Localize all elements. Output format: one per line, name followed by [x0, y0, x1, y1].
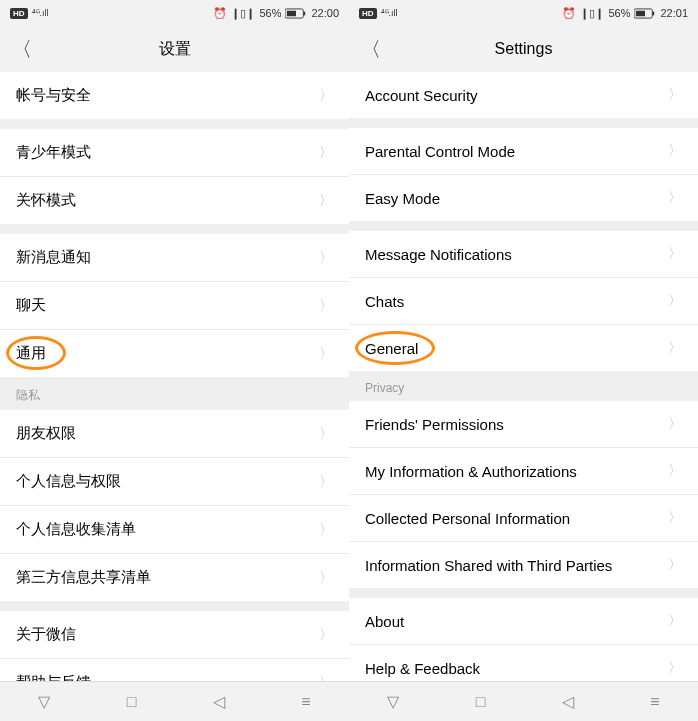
item-general[interactable]: 通用 〉	[0, 330, 349, 377]
item-easy-mode[interactable]: Easy Mode 〉	[349, 175, 698, 221]
vibrate-icon: ❙▯❙	[580, 7, 604, 20]
chevron-right-icon: 〉	[668, 189, 682, 207]
svg-rect-4	[653, 11, 655, 15]
item-collected-info[interactable]: Collected Personal Information 〉	[349, 495, 698, 542]
section-gap	[349, 118, 698, 128]
item-chats[interactable]: 聊天 〉	[0, 282, 349, 330]
section-header-privacy: Privacy	[349, 371, 698, 401]
item-label: Parental Control Mode	[365, 143, 668, 160]
item-help-feedback[interactable]: 帮助与反馈 〉	[0, 659, 349, 681]
hd-icon: HD	[359, 8, 377, 19]
section-privacy: 朋友权限 〉 个人信息与权限 〉 个人信息收集清单 〉 第三方信息共享清单 〉	[0, 410, 349, 601]
chevron-right-icon: 〉	[668, 556, 682, 574]
svg-rect-5	[636, 10, 645, 16]
item-label: Collected Personal Information	[365, 510, 668, 527]
item-about[interactable]: 关于微信 〉	[0, 611, 349, 659]
nav-recent-icon[interactable]: □	[476, 693, 486, 711]
nav-bar: ▽ □ ◁ ≡	[349, 681, 698, 721]
section-account: Account Security 〉	[349, 72, 698, 118]
nav-menu-icon[interactable]: ≡	[301, 693, 310, 711]
header: 〈 Settings	[349, 26, 698, 72]
battery-pct: 56%	[259, 7, 281, 19]
section-notifications: Message Notifications 〉 Chats 〉 General …	[349, 231, 698, 371]
item-label: 聊天	[16, 296, 319, 315]
content: Account Security 〉 Parental Control Mode…	[349, 72, 698, 681]
chevron-right-icon: 〉	[319, 192, 333, 210]
time: 22:00	[311, 7, 339, 19]
item-account-security[interactable]: Account Security 〉	[349, 72, 698, 118]
item-label: 关于微信	[16, 625, 319, 644]
svg-rect-1	[304, 11, 306, 15]
section-privacy: Friends' Permissions 〉 My Information & …	[349, 401, 698, 588]
status-right: ⏰ ❙▯❙ 56% 22:00	[213, 7, 339, 20]
item-label: 关怀模式	[16, 191, 319, 210]
item-easy-mode[interactable]: 关怀模式 〉	[0, 177, 349, 224]
back-button[interactable]: 〈	[361, 36, 381, 63]
section-header-privacy: 隐私	[0, 377, 349, 410]
chevron-right-icon: 〉	[319, 569, 333, 587]
nav-back-icon[interactable]: ◁	[213, 692, 225, 711]
chevron-right-icon: 〉	[319, 521, 333, 539]
section-modes: 青少年模式 〉 关怀模式 〉	[0, 129, 349, 224]
item-collected-info[interactable]: 个人信息收集清单 〉	[0, 506, 349, 554]
item-third-party-share[interactable]: 第三方信息共享清单 〉	[0, 554, 349, 601]
nav-down-icon[interactable]: ▽	[387, 692, 399, 711]
item-label: About	[365, 613, 668, 630]
battery-pct: 56%	[608, 7, 630, 19]
chevron-right-icon: 〉	[668, 245, 682, 263]
nav-recent-icon[interactable]: □	[127, 693, 137, 711]
item-label: 青少年模式	[16, 143, 319, 162]
item-friends-permissions[interactable]: 朋友权限 〉	[0, 410, 349, 458]
item-label: 第三方信息共享清单	[16, 568, 319, 587]
nav-menu-icon[interactable]: ≡	[650, 693, 659, 711]
item-my-info-auth[interactable]: My Information & Authorizations 〉	[349, 448, 698, 495]
chevron-right-icon: 〉	[319, 425, 333, 443]
item-my-info-auth[interactable]: 个人信息与权限 〉	[0, 458, 349, 506]
item-label: Account Security	[365, 87, 668, 104]
item-label: 个人信息收集清单	[16, 520, 319, 539]
item-message-notifications[interactable]: 新消息通知 〉	[0, 234, 349, 282]
chevron-right-icon: 〉	[668, 462, 682, 480]
nav-back-icon[interactable]: ◁	[562, 692, 574, 711]
item-chats[interactable]: Chats 〉	[349, 278, 698, 325]
item-label: Friends' Permissions	[365, 416, 668, 433]
page-title: Settings	[495, 40, 553, 58]
chevron-right-icon: 〉	[319, 87, 333, 105]
item-label: 朋友权限	[16, 424, 319, 443]
item-message-notifications[interactable]: Message Notifications 〉	[349, 231, 698, 278]
section-gap	[0, 119, 349, 129]
section-gap	[349, 588, 698, 598]
section-account: 帐号与安全 〉	[0, 72, 349, 119]
item-label: 帮助与反馈	[16, 673, 319, 681]
section-gap	[349, 221, 698, 231]
item-parental-mode[interactable]: Parental Control Mode 〉	[349, 128, 698, 175]
nav-down-icon[interactable]: ▽	[38, 692, 50, 711]
item-help-feedback[interactable]: Help & Feedback 〉	[349, 645, 698, 681]
item-general[interactable]: General 〉	[349, 325, 698, 371]
chevron-right-icon: 〉	[319, 345, 333, 363]
chevron-right-icon: 〉	[668, 142, 682, 160]
header: 〈 设置	[0, 26, 349, 72]
back-button[interactable]: 〈	[12, 36, 32, 63]
item-parental-mode[interactable]: 青少年模式 〉	[0, 129, 349, 177]
section-modes: Parental Control Mode 〉 Easy Mode 〉	[349, 128, 698, 221]
chevron-right-icon: 〉	[668, 292, 682, 310]
status-bar: HD ⁴ᴳ.ıll ⏰ ❙▯❙ 56% 22:00	[0, 0, 349, 26]
item-label: Help & Feedback	[365, 660, 668, 677]
item-friends-permissions[interactable]: Friends' Permissions 〉	[349, 401, 698, 448]
item-account-security[interactable]: 帐号与安全 〉	[0, 72, 349, 119]
chevron-right-icon: 〉	[319, 626, 333, 644]
phone-left: HD ⁴ᴳ.ıll ⏰ ❙▯❙ 56% 22:00 〈 设置 帐号与安全 〉 青…	[0, 0, 349, 721]
item-third-party-share[interactable]: Information Shared with Third Parties 〉	[349, 542, 698, 588]
item-about[interactable]: About 〉	[349, 598, 698, 645]
hd-icon: HD	[10, 8, 28, 19]
item-label: 个人信息与权限	[16, 472, 319, 491]
item-label: 新消息通知	[16, 248, 319, 267]
chevron-right-icon: 〉	[319, 473, 333, 491]
chevron-right-icon: 〉	[668, 415, 682, 433]
chevron-right-icon: 〉	[668, 339, 682, 357]
status-bar: HD ⁴ᴳ.ıll ⏰ ❙▯❙ 56% 22:01	[349, 0, 698, 26]
alarm-icon: ⏰	[213, 7, 227, 20]
signal-icon: ⁴ᴳ.ıll	[32, 8, 49, 18]
svg-rect-2	[287, 10, 296, 16]
